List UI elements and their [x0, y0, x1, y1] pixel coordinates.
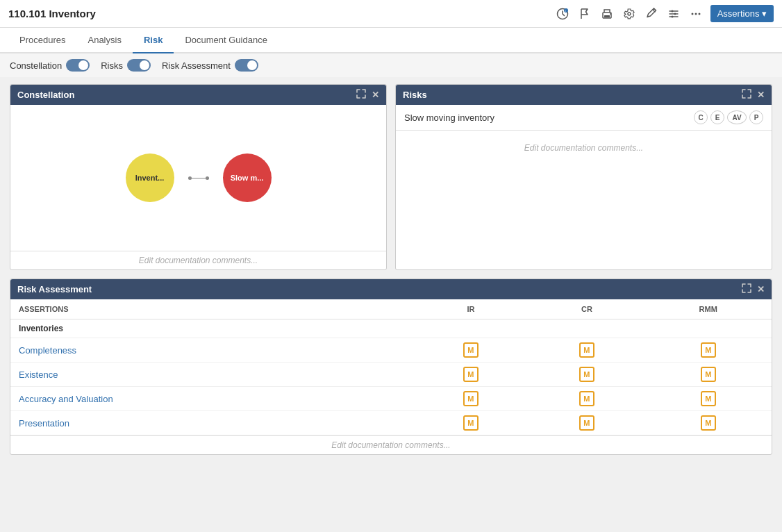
flag-icon[interactable]	[577, 6, 592, 22]
header-icons: i	[555, 5, 774, 22]
constellation-panel: Constellation ✕ Invent...	[10, 84, 387, 270]
table-row: Completeness M M M	[10, 338, 772, 363]
m-badge[interactable]: M	[463, 415, 479, 431]
col-assertions: ASSERTIONS	[10, 299, 413, 319]
m-badge[interactable]: M	[701, 415, 716, 431]
expand-icon[interactable]	[356, 89, 366, 101]
accuracy-link[interactable]: Accuracy and Valuation	[19, 394, 113, 404]
ra-header-icons: ✕	[742, 283, 765, 295]
toggle-constellation-label: Constellation	[10, 60, 62, 71]
m-badge[interactable]: M	[701, 342, 716, 358]
node-slow-moving[interactable]: Slow m...	[223, 153, 272, 202]
toggle-risk-assessment-label: Risk Assessment	[162, 60, 231, 71]
cell-completeness-ir[interactable]: M	[413, 338, 529, 363]
toggle-group-risks: Risks	[101, 59, 151, 72]
cell-completeness-cr[interactable]: M	[529, 338, 644, 363]
col-ir: IR	[413, 299, 529, 319]
toggles-row: Constellation Risks Risk Assessment	[0, 53, 782, 77]
constellation-footer[interactable]: Edit documentation comments...	[10, 251, 386, 269]
toggle-group-constellation: Constellation	[10, 59, 90, 72]
table-row: Existence M M M	[10, 363, 772, 387]
print-icon[interactable]	[599, 6, 615, 22]
m-badge[interactable]: M	[579, 415, 594, 431]
clock-icon[interactable]: i	[555, 6, 570, 22]
m-badge[interactable]: M	[701, 391, 716, 406]
cell-accuracy-rmm[interactable]: M	[644, 387, 772, 411]
close-icon[interactable]: ✕	[757, 284, 765, 294]
cell-accuracy-ir[interactable]: M	[413, 387, 529, 411]
toggle-risks-label: Risks	[101, 60, 123, 71]
cell-accuracy-cr[interactable]: M	[529, 387, 644, 411]
table-row: Presentation M M M	[10, 411, 772, 435]
node-connector	[188, 178, 209, 178]
cell-existence-rmm[interactable]: M	[644, 363, 772, 387]
badge-e[interactable]: E	[710, 110, 724, 124]
badge-c[interactable]: C	[694, 110, 708, 124]
svg-point-6	[671, 10, 673, 12]
cell-presentation-rmm[interactable]: M	[644, 411, 772, 435]
risk-assessment-panel: Risk Assessment ✕ ASSERTIONS IR CR RMM	[10, 279, 772, 455]
ra-table: ASSERTIONS IR CR RMM Inventories Complet…	[10, 299, 772, 435]
settings-icon[interactable]	[622, 6, 637, 22]
table-row: Accuracy and Valuation M M M	[10, 387, 772, 411]
m-badge[interactable]: M	[463, 391, 479, 406]
risk-item: Slow moving inventory C E AV P	[396, 105, 772, 131]
risk-edit-area[interactable]: Edit documentation comments...	[396, 131, 772, 269]
m-badge[interactable]: M	[463, 367, 479, 382]
svg-point-9	[691, 13, 693, 15]
m-badge[interactable]: M	[701, 367, 716, 382]
expand-icon[interactable]	[742, 89, 751, 101]
m-badge[interactable]: M	[579, 342, 594, 358]
constellation-body: Invent... Slow m...	[10, 105, 386, 251]
risks-header-icons: ✕	[742, 89, 765, 101]
constellation-header-icons: ✕	[356, 89, 379, 101]
assertions-button[interactable]: Assertions ▾	[710, 5, 774, 22]
header: 110.101 Inventory i	[0, 0, 782, 28]
constellation-title: Constellation	[17, 90, 74, 100]
col-rmm: RMM	[644, 299, 772, 319]
close-icon[interactable]: ✕	[372, 90, 379, 100]
tab-procedures[interactable]: Procedures	[8, 28, 76, 53]
tab-document-guidance[interactable]: Document Guidance	[174, 28, 278, 53]
risks-panel-header: Risks ✕	[396, 85, 772, 105]
presentation-link[interactable]: Presentation	[19, 418, 69, 429]
svg-point-8	[671, 15, 673, 17]
m-badge[interactable]: M	[579, 391, 594, 406]
panels-row-top: Constellation ✕ Invent...	[10, 84, 772, 270]
cell-completeness-rmm[interactable]: M	[644, 338, 772, 363]
tab-risk[interactable]: Risk	[133, 28, 174, 53]
risk-assessment-title: Risk Assessment	[17, 284, 92, 294]
close-icon[interactable]: ✕	[757, 90, 765, 100]
m-badge[interactable]: M	[579, 367, 594, 382]
risks-body: Slow moving inventory C E AV P Edit docu…	[396, 105, 772, 269]
main-content: Constellation ✕ Invent...	[0, 77, 782, 462]
cell-existence-cr[interactable]: M	[529, 363, 644, 387]
risk-item-name: Slow moving inventory	[404, 113, 494, 123]
completeness-link[interactable]: Completeness	[19, 345, 76, 356]
svg-rect-4	[604, 15, 610, 17]
m-badge[interactable]: M	[463, 342, 479, 358]
toggle-risk-assessment[interactable]	[235, 59, 258, 72]
ra-footer[interactable]: Edit documentation comments...	[10, 435, 772, 454]
cell-presentation-cr[interactable]: M	[529, 411, 644, 435]
svg-point-5	[610, 13, 611, 15]
ra-section-header: Inventories	[10, 319, 772, 338]
svg-point-10	[694, 13, 697, 15]
toggle-constellation[interactable]	[66, 59, 90, 72]
svg-text:i: i	[565, 8, 565, 12]
existence-link[interactable]: Existence	[19, 369, 58, 380]
toggle-risks[interactable]	[127, 59, 151, 72]
badge-av[interactable]: AV	[727, 110, 747, 124]
expand-icon[interactable]	[742, 283, 751, 295]
col-cr: CR	[529, 299, 644, 319]
edit-icon[interactable]	[644, 6, 659, 22]
cell-existence-ir[interactable]: M	[413, 363, 529, 387]
svg-point-11	[698, 13, 700, 15]
cell-presentation-ir[interactable]: M	[413, 411, 529, 435]
badge-p[interactable]: P	[749, 110, 763, 124]
more-icon[interactable]	[688, 6, 704, 22]
node-inventory[interactable]: Invent...	[126, 153, 174, 202]
risk-edit-placeholder: Edit documentation comments...	[524, 143, 643, 153]
adjust-icon[interactable]	[666, 6, 681, 22]
tab-analysis[interactable]: Analysis	[76, 28, 132, 53]
